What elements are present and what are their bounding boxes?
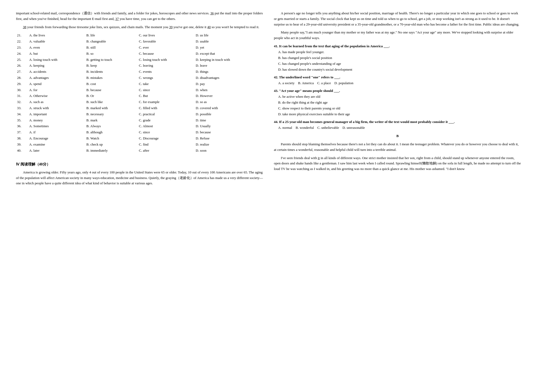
q43-option-a: A. be active when they are old (278, 94, 521, 100)
top-passage-text: important school-related mail, correspon… (16, 11, 263, 22)
answer-row-37: 37. A. if B. although C. since D. becaus… (16, 129, 263, 135)
question-44-text: 44. If a 25-year-old man becomes general… (274, 119, 521, 125)
answer-row-29: 29. A. spend B. cost C. take D. pay (16, 81, 263, 87)
q44-options: A. normal B. wonderful C. unbelievable D… (278, 125, 521, 131)
answer-row-26: 26. A. keeping B. keep C. leaving D. lea… (16, 63, 263, 69)
answer-row-36: 36. A. Sometimes B. Always C. Almost D. … (16, 123, 263, 129)
answer-row-34: 34. A. important B. necessary C. practic… (16, 111, 263, 117)
q21-c: C. our lives (138, 32, 195, 39)
answer-row-30: 30. A. for B. because C. since D. when (16, 87, 263, 93)
answer-row-27: 27. A. accidents B. incidents C. events … (16, 69, 263, 75)
q43-option-b: B. do the right thing at the right age (278, 100, 521, 105)
q41-option-a: A. has made people feel younger. (278, 49, 521, 55)
passage-a-para2: Many people say,"I am much younger than … (274, 30, 521, 41)
q43-option-d: D. take more physical exercises suitable… (278, 111, 521, 117)
passage-b-para2: I've seen friends deal with it in all ki… (274, 155, 521, 172)
q21-d: D. us life (195, 32, 263, 39)
q41-option-d: D. has slowed down the country's social … (278, 67, 521, 73)
q41-option-c: C. has changed people's understanding of… (278, 61, 521, 67)
q41-option-b: B. has changed people's social position (278, 55, 521, 61)
q42-options: A. a society B. America C. a place D. po… (278, 80, 521, 86)
question-42-block: 42. The underlined word "one" refers to … (274, 75, 521, 86)
answer-row-23: 23. A. even B. still C. ever D. yet (16, 45, 263, 51)
section4-passage: America is growing older. Fifty years ag… (16, 170, 263, 186)
answer-row-33: 33. A. struck with B. marked with C. fil… (16, 105, 263, 111)
question-43-text: 43. "Act your age" means people should _… (274, 88, 521, 94)
passage-b-para1: Parents should stop blaming themselves b… (274, 142, 521, 153)
answer-row-24: 24. A. but B. so C. because D. except th… (16, 51, 263, 57)
answer-row-22: 22. A. valuable B. changeable C. favorab… (16, 39, 263, 45)
question-42-text: 42. The underlined word "one" refers to … (274, 75, 521, 80)
answer-row-21: 21. A. the lives B. life C. our lives D.… (16, 32, 263, 39)
question-41-text: 41. It can be learned from the text that… (274, 44, 521, 49)
question-44-block: 44. If a 25-year-old man becomes general… (274, 119, 521, 131)
question-43-block: 43. "Act your age" means people should _… (274, 88, 521, 117)
q21-b: B. life (85, 32, 138, 39)
q21-a: A. the lives (28, 32, 85, 39)
answer-row-38: 38. A. Encourage B. Watch C. Discourage … (16, 135, 263, 142)
answer-row-39: 39. A. examine B. check up C. find D. re… (16, 142, 263, 148)
question-41-block: 41. It can be learned from the text that… (274, 44, 521, 73)
section-b-header: B (274, 133, 521, 139)
section4-header: Ⅳ 阅读理解（40分） (16, 161, 263, 167)
answer-row-32: 32. A. such as B. such like C. for examp… (16, 99, 263, 105)
answer-row-31: 31. A. Otherwise B. Or C. But D. However (16, 93, 263, 99)
passage-a-para1: A person's age no longer tells you anyth… (274, 11, 521, 27)
answer-row-40: 40. A. later B. immediately C. after D. … (16, 148, 263, 154)
right-column: A person's age no longer tells you anyth… (274, 11, 521, 189)
answer-choices-table: 21. A. the lives B. life C. our lives D.… (16, 32, 263, 154)
q21-num: 21. (16, 32, 28, 39)
q43-option-c: C. show respect to their parents young o… (278, 105, 521, 111)
passage-paragraph2: 38 your friends from forwarding those ti… (16, 24, 263, 30)
answer-row-25: 25. A. losing touch with B. getting to t… (16, 57, 263, 63)
left-column: important school-related mail, correspon… (16, 11, 263, 189)
answer-row-35: 35. A. money B. mark C. grade D. time (16, 117, 263, 123)
answer-row-28: 28. A. advantages B. mistakes C. wrongs … (16, 75, 263, 81)
